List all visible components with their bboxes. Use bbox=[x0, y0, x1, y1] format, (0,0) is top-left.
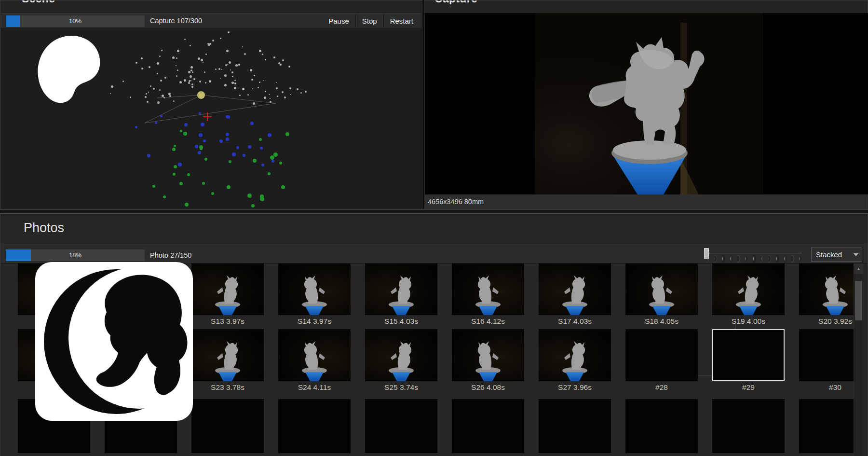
origin-cross-icon bbox=[203, 112, 212, 121]
photo-counter: Photo 27/150 bbox=[150, 248, 191, 263]
photo-tile[interactable] bbox=[452, 263, 524, 315]
photos-scrollbar[interactable]: ▲ bbox=[854, 263, 863, 456]
photo-thumbnail bbox=[452, 263, 524, 315]
slider-tick bbox=[738, 257, 738, 260]
photo-label: #37 bbox=[539, 453, 611, 456]
stop-button[interactable]: Stop bbox=[356, 14, 383, 28]
photo-label: #36 bbox=[452, 453, 524, 456]
photo-label: #38 bbox=[625, 453, 698, 456]
pause-button[interactable]: Pause bbox=[322, 14, 355, 28]
photo-thumbnail bbox=[625, 263, 698, 315]
photo-tile[interactable] bbox=[799, 263, 854, 315]
photo-label: #28 bbox=[625, 381, 698, 395]
photo-label: S15 4.03s bbox=[365, 315, 437, 329]
vertical-splitter[interactable] bbox=[422, 0, 424, 209]
thumbnail-size-slider[interactable] bbox=[703, 247, 806, 262]
view-mode-dropdown[interactable]: Stacked bbox=[811, 248, 862, 262]
photo-thumbnail bbox=[539, 329, 611, 381]
photo-label: S18 4.05s bbox=[625, 315, 698, 329]
photo-tile[interactable] bbox=[539, 399, 611, 453]
scene-toolbar: 10% Capture 107/300 Pause Stop Restart bbox=[1, 13, 421, 28]
photo-label: #29 bbox=[712, 381, 785, 395]
photo-label: S13 3.97s bbox=[191, 315, 264, 329]
photo-tile[interactable] bbox=[278, 263, 351, 315]
photo-thumbnail bbox=[365, 329, 437, 381]
photo-label: S23 3.78s bbox=[191, 381, 264, 395]
photo-label: #33 bbox=[191, 453, 264, 456]
photo-tile[interactable] bbox=[191, 263, 264, 315]
photo-tile[interactable] bbox=[539, 263, 611, 315]
view-mode-value: Stacked bbox=[816, 248, 842, 261]
photo-label: S20 3.92s bbox=[799, 315, 854, 329]
photo-tile[interactable] bbox=[191, 399, 264, 453]
photo-tile[interactable] bbox=[712, 263, 785, 315]
watermark-logo bbox=[35, 262, 193, 421]
slider-tick bbox=[746, 257, 746, 260]
application-window: Scene 10% Capture 107/300 Pause Stop Res… bbox=[0, 0, 868, 456]
photo-label: #35 bbox=[365, 453, 437, 456]
photo-label: S16 4.12s bbox=[452, 315, 524, 329]
photo-tile[interactable] bbox=[278, 399, 351, 453]
photo-label: S19 4.00s bbox=[712, 315, 785, 329]
slider-tick bbox=[800, 257, 800, 260]
photo-thumbnail bbox=[539, 263, 611, 315]
slider-tick bbox=[792, 257, 792, 260]
photo-thumbnail bbox=[452, 329, 524, 381]
slider-tick bbox=[776, 257, 777, 260]
capture-panel: Capture bbox=[424, 0, 868, 209]
photo-thumbnail bbox=[365, 263, 437, 315]
photos-panel-title: Photos bbox=[24, 221, 64, 235]
slider-handle[interactable] bbox=[704, 248, 709, 259]
slider-tick bbox=[784, 257, 785, 260]
slider-tick bbox=[707, 257, 707, 260]
slider-tick bbox=[753, 257, 754, 260]
photo-label: S17 4.03s bbox=[539, 315, 611, 329]
photo-thumbnail bbox=[191, 329, 264, 381]
photo-tile[interactable] bbox=[191, 329, 264, 381]
capture-progress-bar: 10% bbox=[6, 15, 145, 27]
captured-photo bbox=[525, 13, 763, 194]
photo-label: S25 3.74s bbox=[365, 381, 437, 395]
photo-label: #32 bbox=[105, 453, 177, 456]
photo-tile[interactable] bbox=[625, 263, 698, 315]
watermark-blob bbox=[37, 34, 102, 105]
scrollbar-thumb[interactable] bbox=[855, 281, 862, 320]
photo-tile[interactable] bbox=[452, 329, 524, 381]
photo-tile[interactable] bbox=[365, 399, 437, 453]
photo-progress-label: 18% bbox=[6, 249, 145, 261]
photo-tile[interactable] bbox=[799, 399, 854, 453]
photo-tile[interactable] bbox=[625, 399, 698, 453]
photo-thumbnail bbox=[799, 263, 854, 315]
slider-tick bbox=[769, 257, 769, 260]
slider-tick bbox=[761, 257, 761, 260]
capture-live-view bbox=[425, 13, 868, 194]
photo-tile[interactable] bbox=[278, 329, 351, 381]
restart-button[interactable]: Restart bbox=[384, 14, 420, 28]
photo-label: S27 3.96s bbox=[539, 381, 611, 395]
photo-label: S14 3.97s bbox=[278, 315, 351, 329]
photo-tile[interactable] bbox=[712, 399, 785, 453]
photo-progress-bar: 18% bbox=[6, 249, 145, 261]
horizontal-splitter[interactable] bbox=[0, 209, 868, 213]
capture-progress-label: 10% bbox=[6, 15, 145, 27]
photo-tile[interactable] bbox=[539, 329, 611, 381]
photo-label: #34 bbox=[278, 453, 351, 456]
scroll-up-button[interactable]: ▲ bbox=[854, 263, 863, 274]
capture-resolution-label: 4656x3496 80mm bbox=[428, 194, 484, 209]
chevron-down-icon bbox=[854, 253, 858, 256]
photo-tile-selected[interactable] bbox=[712, 329, 785, 381]
scene-toolbar-buttons: Pause Stop Restart bbox=[322, 14, 420, 28]
capture-statusbar: 4656x3496 80mm bbox=[425, 194, 867, 209]
photo-tile[interactable] bbox=[365, 329, 437, 381]
photo-tile[interactable] bbox=[365, 263, 437, 315]
photo-label: #31 bbox=[18, 453, 90, 456]
photo-tile[interactable] bbox=[452, 399, 524, 453]
photo-label: S26 4.08s bbox=[452, 381, 524, 395]
photo-tile[interactable] bbox=[625, 329, 698, 381]
slider-track[interactable] bbox=[706, 253, 802, 253]
photo-tile[interactable] bbox=[799, 329, 854, 381]
capture-panel-title: Capture bbox=[434, 0, 550, 4]
slider-tick bbox=[715, 257, 715, 260]
capture-counter: Capture 107/300 bbox=[150, 14, 202, 28]
current-camera-point bbox=[197, 91, 205, 99]
